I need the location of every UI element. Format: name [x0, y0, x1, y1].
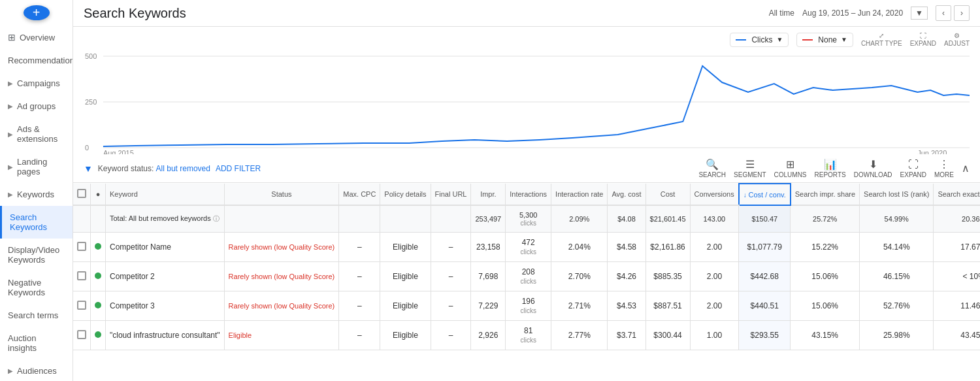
- row-conversions-cell: 2.00: [690, 291, 739, 321]
- row-cost-conv-cell: $442.68: [739, 262, 791, 291]
- row-keyword-cell[interactable]: Competitor Name: [106, 233, 225, 262]
- row-interactions-cell: 208 clicks: [506, 262, 551, 291]
- svg-text:Jun 2020: Jun 2020: [917, 149, 947, 154]
- policy-details-col-header[interactable]: Policy details: [380, 184, 431, 205]
- prev-arrow-button[interactable]: ‹: [936, 5, 951, 21]
- sidebar-item-label: Campaigns: [17, 78, 60, 88]
- row-status-dot-cell: [91, 291, 106, 321]
- sidebar-item-recommendations[interactable]: Recommendations: [0, 49, 73, 72]
- row-checkbox[interactable]: [77, 242, 86, 251]
- sidebar-item-search-keywords[interactable]: Search Keywords: [0, 206, 73, 239]
- header-right: All time Aug 19, 2015 – Jun 24, 2020 ▼ ‹…: [769, 5, 970, 21]
- cost-col-header[interactable]: Cost: [645, 184, 690, 205]
- overview-icon: ⊞: [8, 32, 16, 42]
- checkbox-header-cell: [73, 184, 91, 205]
- row-checkbox[interactable]: [77, 271, 86, 280]
- segment-toolbar-button[interactable]: ☰ SEGMENT: [734, 158, 766, 178]
- row-policy-cell: Eligible: [380, 262, 431, 291]
- total-final-url-cell: [431, 205, 471, 233]
- row-impr-cell: 23,158: [471, 233, 506, 262]
- total-label-cell: Total: All but removed keywords ⓘ: [106, 205, 225, 233]
- next-arrow-button[interactable]: ›: [954, 5, 970, 21]
- fab-add-button[interactable]: +: [24, 5, 50, 20]
- total-cost-cell: $21,601.45: [645, 205, 690, 233]
- row-keyword-cell[interactable]: Competitor 2: [106, 262, 225, 291]
- sidebar-item-ad-groups[interactable]: ▶ Ad groups: [0, 95, 73, 118]
- max-cpc-col-header[interactable]: Max. CPC: [339, 184, 380, 205]
- sidebar-item-label: Recommendations: [8, 56, 73, 65]
- row-checkbox-cell[interactable]: [73, 321, 91, 350]
- sidebar-item-search-terms[interactable]: Search terms: [0, 304, 73, 327]
- sidebar-item-auction-insights[interactable]: Auction insights: [0, 327, 73, 359]
- row-interaction-rate-cell: 2.70%: [551, 262, 608, 291]
- chevron-right-icon: ▶: [8, 191, 13, 198]
- sidebar-item-ads-extensions[interactable]: ▶ Ads & extensions: [0, 118, 73, 150]
- sidebar-item-label: Auction insights: [8, 333, 65, 353]
- clicks-pill[interactable]: Clicks ▼: [730, 33, 789, 47]
- search-impr-share-col-header[interactable]: Search impr. share: [791, 184, 860, 205]
- reports-toolbar-button[interactable]: 📊 REPORTS: [815, 158, 846, 178]
- status-col-header[interactable]: Status: [224, 184, 339, 205]
- adjust-chart-button[interactable]: ⚙ ADJUST: [944, 32, 970, 47]
- sidebar-item-keywords[interactable]: ▶ Keywords: [0, 183, 73, 206]
- columns-icon: ⊞: [786, 158, 794, 171]
- row-checkbox[interactable]: [77, 301, 86, 310]
- more-icon: ⋮: [939, 158, 949, 171]
- row-policy-cell: Eligible: [380, 321, 431, 350]
- row-search-impr-share-cell: 43.15%: [791, 321, 860, 350]
- row-impr-cell: 2,926: [471, 321, 506, 350]
- svg-text:250: 250: [85, 98, 97, 106]
- keyword-col-header[interactable]: Keyword: [106, 184, 225, 205]
- row-interaction-rate-cell: 2.77%: [551, 321, 608, 350]
- add-filter-button[interactable]: ADD FILTER: [216, 164, 261, 173]
- impr-col-header[interactable]: Impr.: [471, 184, 506, 205]
- total-checkbox-cell: [73, 205, 91, 233]
- download-toolbar-button[interactable]: ⬇ DOWNLOAD: [854, 158, 892, 178]
- total-max-cpc-cell: [339, 205, 380, 233]
- info-icon[interactable]: ⓘ: [213, 215, 220, 222]
- row-interaction-rate-cell: 2.71%: [551, 291, 608, 321]
- expand-icon: ⛶: [908, 159, 919, 171]
- sidebar-item-negative-keywords[interactable]: Negative Keywords: [0, 271, 73, 304]
- sidebar-item-campaigns[interactable]: ▶ Campaigns: [0, 72, 73, 95]
- row-checkbox[interactable]: [77, 330, 86, 339]
- row-checkbox-cell[interactable]: [73, 233, 91, 262]
- none-pill[interactable]: None ▼: [796, 33, 853, 47]
- chart-type-button[interactable]: ⤢ CHART TYPE: [861, 32, 902, 47]
- collapse-button[interactable]: ∧: [962, 162, 970, 174]
- search-lost-is-rank-col-header[interactable]: Search lost IS (rank): [860, 184, 934, 205]
- row-checkbox-cell[interactable]: [73, 262, 91, 291]
- sidebar-item-label: Landing pages: [17, 157, 65, 176]
- search-exact-match-is-col-header[interactable]: Search exact match IS: [934, 184, 980, 205]
- interaction-rate-col-header[interactable]: Interaction rate: [551, 184, 608, 205]
- row-status-cell: Rarely shown (low Quality Score): [224, 291, 339, 321]
- interactions-col-header[interactable]: Interactions: [506, 184, 551, 205]
- expand-toolbar-button[interactable]: ⛶ EXPAND: [900, 159, 926, 178]
- chevron-right-icon: ▶: [8, 367, 13, 374]
- date-dropdown-button[interactable]: ▼: [911, 7, 928, 20]
- search-toolbar-button[interactable]: 🔍 SEARCH: [698, 158, 726, 178]
- row-search-impr-share-cell: 15.06%: [791, 262, 860, 291]
- avg-cost-col-header[interactable]: Avg. cost: [608, 184, 645, 205]
- sidebar-item-overview[interactable]: ⊞ Overview: [0, 25, 73, 49]
- row-keyword-cell[interactable]: Competitor 3: [106, 291, 225, 321]
- row-avg-cost-cell: $4.58: [608, 233, 645, 262]
- row-max-cpc-cell: –: [339, 233, 380, 262]
- row-cost-cell: $887.51: [645, 291, 690, 321]
- select-all-checkbox[interactable]: [77, 189, 86, 198]
- more-toolbar-button[interactable]: ⋮ MORE: [934, 158, 954, 178]
- main-content: Search Keywords All time Aug 19, 2015 – …: [73, 0, 980, 381]
- row-keyword-cell[interactable]: "cloud infrastructure consultant": [106, 321, 225, 350]
- expand-chart-button[interactable]: ⛶ EXPAND: [910, 32, 936, 47]
- row-checkbox-cell[interactable]: [73, 291, 91, 321]
- final-url-col-header[interactable]: Final URL: [431, 184, 471, 205]
- sidebar-item-audiences[interactable]: ▶ Audiences: [0, 359, 73, 381]
- cost-conv-col-header[interactable]: ↓ Cost / conv.: [739, 184, 791, 205]
- conversions-col-header[interactable]: Conversions: [690, 184, 739, 205]
- page-header: Search Keywords All time Aug 19, 2015 – …: [73, 0, 980, 27]
- columns-toolbar-button[interactable]: ⊞ COLUMNS: [774, 158, 807, 178]
- row-status-dot-cell: [91, 321, 106, 350]
- sidebar-item-landing-pages[interactable]: ▶ Landing pages: [0, 150, 73, 183]
- sidebar-item-display-video[interactable]: Display/Video Keywords: [0, 239, 73, 271]
- row-search-impr-share-cell: 15.06%: [791, 291, 860, 321]
